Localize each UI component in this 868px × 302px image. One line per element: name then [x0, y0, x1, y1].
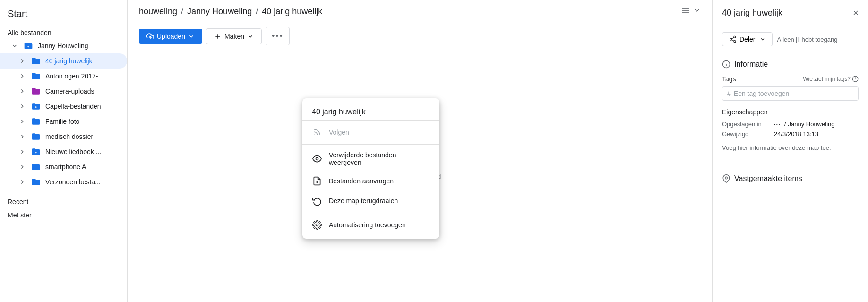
dropdown-label-request: Bestanden aanvragen: [329, 177, 394, 185]
svg-point-1: [35, 106, 36, 108]
info-icon: [722, 60, 730, 69]
tag-placeholder: Een tag toevoegen: [734, 90, 790, 97]
properties-label: Eigenschappen: [722, 108, 859, 116]
sidebar-item-label: Verzonden besta...: [45, 178, 101, 186]
more-button[interactable]: •••: [266, 27, 290, 45]
sidebar-item-camera[interactable]: Camera-uploads: [0, 84, 127, 99]
sidebar-item-label: Familie foto: [45, 118, 79, 125]
chevron-icon: [11, 42, 19, 50]
folder-icon: [31, 86, 41, 96]
svg-point-16: [734, 41, 736, 43]
dropdown-label-automation: Automatisering toevoegen: [329, 221, 406, 229]
make-button[interactable]: Maken: [206, 28, 262, 44]
prop-row-stored: Opgeslagen in ··· / Janny Houweling: [722, 121, 859, 128]
chevron-icon: [19, 103, 26, 110]
svg-point-2: [35, 152, 36, 153]
dropdown-item-revert[interactable]: Deze map terugdraaien: [302, 191, 439, 211]
sidebar-item-janny[interactable]: Janny Houweling: [0, 38, 127, 53]
view-menu-icon[interactable]: [681, 6, 690, 17]
svg-point-15: [730, 38, 732, 40]
sidebar-item-smartphone[interactable]: smartphone A: [0, 159, 127, 174]
sidebar-item-verzonden[interactable]: Verzonden besta...: [0, 174, 127, 190]
share-icon: [729, 35, 737, 43]
svg-point-13: [316, 224, 318, 226]
chevron-down-icon[interactable]: [693, 7, 701, 17]
svg-point-24: [725, 177, 728, 179]
folder-icon: [31, 177, 41, 187]
sidebar-item-starred[interactable]: Met ster: [0, 208, 127, 222]
sidebar-item-label: Janny Houweling: [38, 42, 88, 50]
sidebar-item-anton[interactable]: Anton ogen 2017-...: [0, 69, 127, 84]
sidebar-item-label: medisch dossier: [45, 133, 93, 140]
panel-close-button[interactable]: ×: [853, 8, 859, 18]
gear-icon: [312, 220, 322, 230]
tag-hash: #: [727, 90, 731, 97]
chevron-icon: [19, 72, 26, 80]
sidebar-item-familie[interactable]: Familie foto: [0, 114, 127, 129]
dropdown-label-revert: Deze map terugdraaien: [329, 197, 398, 205]
sidebar-header: Start: [0, 0, 127, 23]
tag-input[interactable]: # Een tag toevoegen: [722, 86, 859, 101]
svg-point-0: [27, 46, 29, 47]
info-header: Informatie: [722, 60, 859, 69]
chevron-icon: [19, 178, 26, 186]
folder-icon: [24, 41, 33, 51]
dropdown-title: 40 jarig huwelijk: [302, 102, 439, 121]
breadcrumb-part-0[interactable]: houweling: [139, 7, 177, 17]
share-button[interactable]: Delen: [722, 32, 773, 46]
dropdown-separator-2: [302, 213, 439, 213]
prop-key-stored: Opgeslagen in: [722, 121, 774, 128]
prop-dots: ···: [774, 121, 781, 128]
breadcrumb-part-2: 40 jarig huwelijk: [262, 7, 322, 17]
add-info-text: Voeg hier informatie over deze map toe.: [722, 140, 859, 159]
breadcrumb-part-1[interactable]: Janny Houweling: [187, 7, 252, 17]
prop-row-modified: Gewijzigd 24/3/2018 13:13: [722, 130, 859, 138]
share-access-text: Alleen jij hebt toegang: [777, 36, 838, 43]
sidebar-item-label: 40 jarig huwelijk: [45, 57, 93, 65]
stored-in-value: Janny Houweling: [788, 121, 834, 128]
folder-icon: [31, 102, 41, 111]
upload-button[interactable]: Uploaden: [139, 29, 202, 44]
sidebar-item-label: smartphone A: [45, 163, 86, 171]
dropdown-label-deleted: Verwijderde bestanden weergeven: [329, 151, 430, 166]
sidebar-item-label: Capella-bestanden: [45, 103, 101, 110]
svg-line-17: [732, 40, 734, 41]
sidebar-item-liedboek[interactable]: Nieuwe liedboek ...: [0, 144, 127, 159]
folder-icon: [31, 132, 41, 141]
sidebar-item-40jarig[interactable]: 40 jarig huwelijk: [0, 53, 127, 69]
question-icon: [852, 76, 859, 82]
dropdown-item-follow[interactable]: Volgen: [302, 122, 439, 142]
tags-who-link[interactable]: Wie ziet mijn tags?: [803, 76, 859, 82]
panel-header: 40 jarig huwelijk ×: [713, 0, 868, 26]
info-section: Informatie Tags Wie ziet mijn tags? # Ee…: [713, 52, 868, 167]
sidebar-item-label: Nieuwe liedboek ...: [45, 148, 101, 155]
dropdown-item-request[interactable]: Bestanden aanvragen: [302, 171, 439, 191]
folder-icon: [31, 162, 41, 172]
pinned-header: Vastgemaakte items: [722, 174, 859, 183]
sidebar-item-label: Camera-uploads: [45, 87, 95, 95]
svg-point-9: [314, 135, 315, 136]
folder-icon: [31, 147, 41, 156]
pinned-section: Vastgemaakte items: [713, 167, 868, 190]
share-chevron-icon: [760, 36, 765, 42]
pin-icon: [722, 174, 730, 183]
sidebar-item-medisch[interactable]: medisch dossier: [0, 129, 127, 144]
breadcrumb: houweling / Janny Houweling / 40 jarig h…: [128, 0, 712, 23]
prop-key-modified: Gewijzigd: [722, 130, 774, 138]
prop-val-stored: ··· / Janny Houweling: [774, 121, 834, 128]
separator-slash: /: [784, 121, 786, 128]
sidebar: Start Alle bestanden Janny Houweling40 j…: [0, 0, 128, 302]
tags-label: Tags: [722, 75, 736, 83]
chevron-icon: [19, 133, 26, 140]
breadcrumb-sep-1: /: [256, 7, 258, 17]
folder-icon: [31, 117, 41, 126]
dropdown-item-deleted[interactable]: Verwijderde bestanden weergeven: [302, 147, 439, 171]
main-area: houweling / Janny Houweling / 40 jarig h…: [128, 0, 712, 302]
sidebar-item-capella[interactable]: Capella-bestanden: [0, 99, 127, 114]
folder-icon: [31, 56, 41, 66]
dropdown-item-automation[interactable]: Automatisering toevoegen: [302, 215, 439, 235]
svg-line-18: [732, 37, 734, 39]
sidebar-item-recent[interactable]: Recent: [0, 195, 127, 208]
chevron-icon: [19, 148, 26, 155]
eye-icon: [312, 154, 322, 164]
